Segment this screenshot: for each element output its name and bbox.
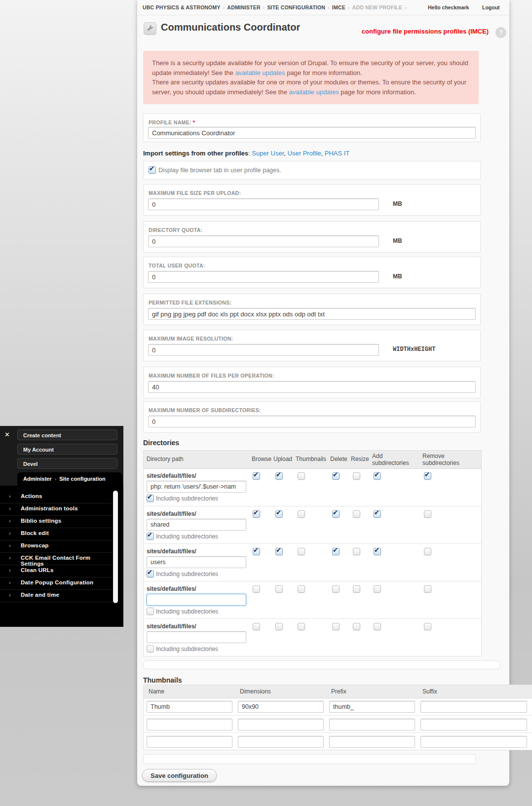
- menu-item-actions[interactable]: ›Actions: [0, 491, 113, 503]
- thumbnails-checkbox[interactable]: [298, 585, 305, 593]
- remove-subdirectories-checkbox[interactable]: [424, 548, 431, 555]
- profile-name-input[interactable]: [148, 127, 476, 139]
- thumbnails-checkbox[interactable]: [298, 623, 305, 630]
- menu-item-administration-tools[interactable]: ›Administration tools: [0, 503, 113, 516]
- including-subdirectories-checkbox[interactable]: [147, 495, 154, 502]
- add-subdirectories-checkbox[interactable]: [374, 585, 381, 593]
- delete-checkbox[interactable]: [332, 548, 340, 555]
- thumbnails-checkbox[interactable]: [298, 472, 305, 480]
- directory-path-input[interactable]: [147, 594, 246, 606]
- max-subdirectories-input[interactable]: [148, 416, 476, 427]
- remove-subdirectories-checkbox[interactable]: [424, 585, 431, 593]
- remove-subdirectories-checkbox[interactable]: [424, 510, 431, 518]
- add-subdirectories-checkbox[interactable]: [374, 472, 381, 480]
- directories-table-header: Directory path Browse Upload Thumbnails …: [144, 451, 481, 469]
- menu-item-biblio-settings[interactable]: ›Biblio settings: [0, 515, 113, 528]
- thumbnail-name-input[interactable]: [147, 719, 232, 730]
- import-profile-link[interactable]: Super User: [252, 150, 284, 157]
- add-subdirectories-checkbox[interactable]: [374, 510, 381, 518]
- devel-button[interactable]: Devel: [17, 458, 117, 469]
- thumbnail-dimensions-input[interactable]: [238, 719, 324, 730]
- including-subdirectories-checkbox[interactable]: [147, 608, 154, 615]
- upload-checkbox[interactable]: [275, 585, 283, 593]
- resize-checkbox[interactable]: [353, 585, 360, 593]
- thumbnails-checkbox[interactable]: [298, 510, 305, 518]
- browse-checkbox[interactable]: [253, 623, 260, 630]
- menu-item-browscap[interactable]: ›Browscap: [0, 540, 113, 553]
- browse-checkbox[interactable]: [253, 472, 260, 480]
- thumbnail-prefix-input[interactable]: [329, 719, 415, 730]
- upload-checkbox[interactable]: [275, 472, 283, 480]
- save-configuration-button[interactable]: Save configuration: [142, 769, 217, 782]
- max-file-size-input[interactable]: [148, 198, 379, 210]
- add-subdirectories-checkbox[interactable]: [374, 548, 381, 555]
- menu-item-cck-email-contact-form-settings[interactable]: ›CCK Email Contact Form Settings: [0, 552, 113, 565]
- import-profile-link[interactable]: User Profile: [288, 150, 321, 157]
- import-profile-link[interactable]: PHAS IT: [325, 150, 350, 157]
- administer-label[interactable]: Administer: [23, 476, 51, 482]
- delete-checkbox[interactable]: [332, 472, 340, 480]
- max-files-per-operation-input[interactable]: [148, 381, 476, 393]
- available-updates-link[interactable]: available updates: [235, 69, 285, 77]
- directory-quota-input[interactable]: [148, 235, 379, 247]
- administer-site-configuration-tab[interactable]: Administer›Site configuration: [17, 472, 122, 486]
- chevron-right-icon: ›: [9, 530, 11, 536]
- total-user-quota-input[interactable]: [148, 271, 379, 283]
- my-account-button[interactable]: My Account: [17, 444, 117, 455]
- thumbnail-dimensions-input[interactable]: [238, 736, 324, 748]
- upload-checkbox[interactable]: [275, 623, 283, 630]
- add-subdirectories-checkbox[interactable]: [374, 623, 381, 630]
- site-configuration-label[interactable]: Site configuration: [59, 476, 106, 482]
- including-subdirectories-checkbox[interactable]: [147, 570, 154, 577]
- browse-checkbox[interactable]: [253, 510, 260, 518]
- remove-subdirectories-checkbox[interactable]: [424, 623, 431, 630]
- delete-checkbox[interactable]: [332, 585, 340, 593]
- thumbnail-prefix-input[interactable]: [329, 736, 415, 748]
- breadcrumb-item[interactable]: UBC PHYSICS & ASTRONOMY: [143, 4, 221, 10]
- create-content-button[interactable]: Create content: [17, 429, 117, 440]
- resize-checkbox[interactable]: [353, 623, 360, 630]
- thumbnail-suffix-input[interactable]: [420, 736, 527, 748]
- menu-item-clean-urls[interactable]: ›Clean URLs: [0, 565, 113, 577]
- resize-checkbox[interactable]: [353, 472, 360, 480]
- resize-checkbox[interactable]: [353, 548, 360, 555]
- available-updates-link[interactable]: available updates: [289, 88, 339, 96]
- browse-checkbox[interactable]: [253, 548, 260, 555]
- upload-checkbox[interactable]: [275, 510, 283, 518]
- logout-link[interactable]: Logout: [482, 4, 500, 10]
- directory-path-input[interactable]: [147, 556, 246, 568]
- including-subdirectories-checkbox[interactable]: [147, 645, 154, 652]
- chevron-right-icon: ›: [9, 505, 11, 511]
- thumbnail-suffix-input[interactable]: [420, 719, 527, 730]
- delete-checkbox[interactable]: [332, 510, 340, 518]
- thumbnail-dimensions-input[interactable]: [238, 701, 324, 713]
- delete-checkbox[interactable]: [332, 623, 340, 630]
- menu-item-date-and-time[interactable]: ›Date and time: [0, 589, 113, 602]
- breadcrumb-item[interactable]: SITE CONFIGURATION: [267, 4, 325, 10]
- file-extensions-input[interactable]: [148, 308, 476, 320]
- thumbnails-checkbox[interactable]: [298, 548, 305, 555]
- thumbnail-suffix-input[interactable]: [420, 701, 527, 713]
- field-label: PERMITTED FILE EXTENSIONS:: [149, 300, 231, 306]
- directory-path-input[interactable]: [147, 519, 246, 531]
- thumbnail-prefix-input[interactable]: [329, 701, 415, 713]
- display-tab-checkbox[interactable]: [149, 166, 156, 174]
- breadcrumb-item[interactable]: ADMINISTER: [227, 4, 260, 10]
- remove-subdirectories-checkbox[interactable]: [424, 472, 431, 480]
- thumbnail-name-input[interactable]: [147, 736, 232, 748]
- scrollbar-thumb[interactable]: [113, 491, 118, 603]
- thumbnail-name-input[interactable]: [147, 701, 232, 713]
- menu-item-block-edit[interactable]: ›Block edit: [0, 528, 113, 540]
- menu-item-date-popup-configuration[interactable]: ›Date Popup Configuration: [0, 577, 113, 590]
- including-subdirectories-checkbox[interactable]: [147, 533, 154, 540]
- resize-checkbox[interactable]: [353, 510, 360, 518]
- directory-path-prefix: sites/default/files/: [147, 548, 196, 555]
- upload-checkbox[interactable]: [275, 548, 283, 555]
- breadcrumb-item[interactable]: IMCE: [332, 4, 345, 10]
- help-icon[interactable]: ?: [495, 27, 506, 38]
- browse-checkbox[interactable]: [253, 585, 260, 593]
- directory-path-input[interactable]: [147, 481, 246, 493]
- close-icon[interactable]: ✕: [4, 431, 10, 438]
- max-image-resolution-input[interactable]: [148, 344, 379, 356]
- directory-path-input[interactable]: [147, 631, 246, 643]
